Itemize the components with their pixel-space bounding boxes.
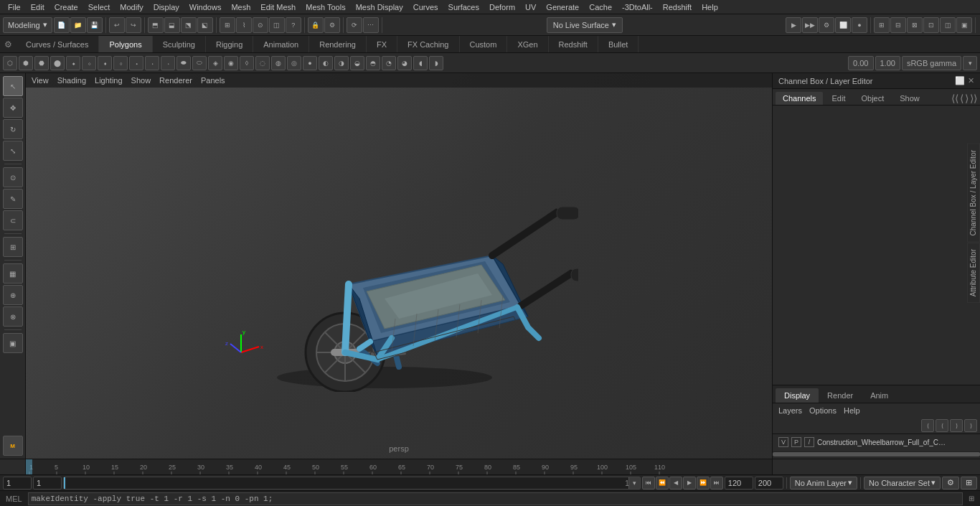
- tab-animation[interactable]: Animation: [253, 36, 309, 52]
- move-tool-button[interactable]: ✥: [3, 98, 23, 118]
- menu-windows[interactable]: Windows: [184, 1, 227, 13]
- menu-mesh[interactable]: Mesh: [226, 1, 255, 13]
- skip-to-end-button[interactable]: ⏭: [710, 477, 723, 489]
- select-by-leaf-button[interactable]: ⬓: [164, 17, 180, 33]
- ui-btn5[interactable]: ◫: [940, 17, 956, 33]
- side-tab-channel-box[interactable]: Channel Box / Layer Editor: [967, 144, 980, 243]
- menu-3dtoall[interactable]: -3DtoAll-: [617, 1, 658, 13]
- poly-tool-9[interactable]: ⬩: [129, 56, 143, 70]
- render-seq-button[interactable]: ▶▶: [802, 17, 818, 33]
- menu-create[interactable]: Create: [50, 1, 83, 13]
- layer-next-button[interactable]: ⟩: [950, 419, 963, 432]
- anim-end-field[interactable]: 120: [725, 477, 753, 489]
- render-options-button[interactable]: ⚙: [819, 17, 834, 33]
- layer-scroll-thumb[interactable]: [773, 452, 980, 456]
- poly-tool-5[interactable]: ⬥: [66, 56, 80, 70]
- display-layer-button[interactable]: ▣: [3, 333, 23, 353]
- menu-mesh-display[interactable]: Mesh Display: [351, 1, 408, 13]
- command-input[interactable]: [28, 492, 963, 505]
- tab-rendering[interactable]: Rendering: [309, 36, 367, 52]
- tab-channels[interactable]: Channels: [776, 92, 823, 105]
- menu-edit-mesh[interactable]: Edit Mesh: [255, 1, 301, 13]
- render-active-button[interactable]: ●: [852, 17, 867, 33]
- paint-select-button[interactable]: ✎: [3, 189, 23, 209]
- tab-custom[interactable]: Custom: [460, 36, 508, 52]
- viewport-menu-shading[interactable]: Shading: [57, 76, 86, 85]
- tab-anim[interactable]: Anim: [862, 388, 897, 403]
- menu-curves[interactable]: Curves: [408, 1, 443, 13]
- anim-extra-button[interactable]: ⊞: [961, 477, 977, 489]
- poly-tool-15[interactable]: ◉: [224, 56, 238, 70]
- viewport-menu-view[interactable]: View: [32, 76, 49, 85]
- snap-align-2-button[interactable]: ⊗: [3, 306, 23, 327]
- poly-tool-8[interactable]: ⬨: [113, 56, 128, 70]
- menu-redshift[interactable]: Redshift: [658, 1, 697, 13]
- anim-max-field[interactable]: 200: [755, 477, 783, 489]
- snap-point-button[interactable]: ⊙: [253, 17, 268, 33]
- poly-tool-20[interactable]: ●: [303, 56, 317, 70]
- workspace-dropdown[interactable]: Modeling ▾: [3, 17, 52, 33]
- collapse-icon[interactable]: ⟨: [960, 93, 963, 104]
- poly-tool-10[interactable]: ⬪: [145, 56, 159, 70]
- ui-btn2[interactable]: ⊟: [890, 17, 906, 33]
- tab-settings-button[interactable]: ⚙: [0, 37, 16, 52]
- color-space-field[interactable]: sRGB gamma: [902, 56, 961, 70]
- rotate-tool-button[interactable]: ↻: [3, 119, 23, 139]
- viewport-menu-show[interactable]: Show: [131, 76, 151, 85]
- frame-start-field[interactable]: 1: [3, 477, 32, 489]
- poly-tool-18[interactable]: ◍: [271, 56, 286, 70]
- render-button[interactable]: ▶: [786, 17, 801, 33]
- viewport-menu-lighting[interactable]: Lighting: [95, 76, 123, 85]
- undo-button[interactable]: ↩: [109, 17, 125, 33]
- poly-tool-28[interactable]: ◗: [429, 56, 443, 70]
- viewport-menu-renderer[interactable]: Renderer: [159, 76, 192, 85]
- tab-render[interactable]: Render: [819, 388, 862, 403]
- tab-fx[interactable]: FX: [367, 36, 397, 52]
- poly-tool-4[interactable]: ⬤: [50, 56, 65, 70]
- layer-prev-button[interactable]: ⟨: [921, 419, 934, 432]
- grid-button[interactable]: ▦: [3, 263, 23, 284]
- poly-tool-1[interactable]: ⬡: [3, 56, 17, 70]
- ui-btn6[interactable]: ▣: [956, 17, 972, 33]
- tab-fx-caching[interactable]: FX Caching: [397, 36, 459, 52]
- ui-btn1[interactable]: ⊞: [874, 17, 890, 33]
- timeline-track[interactable]: 1 5 10 15 20 25 30 35 40 45 50 55 60: [26, 459, 772, 474]
- viewport-param-field2[interactable]: 1.00: [875, 56, 900, 70]
- frame-slider[interactable]: 120 ▾: [63, 477, 641, 489]
- tab-redshift[interactable]: Redshift: [549, 36, 598, 52]
- menu-mesh-tools[interactable]: Mesh Tools: [301, 1, 350, 13]
- channel-box-close-button[interactable]: ✕: [968, 76, 974, 85]
- step-back-button[interactable]: ⏪: [656, 477, 669, 489]
- snap-help-button[interactable]: ?: [286, 17, 301, 33]
- layers-menu-options[interactable]: Options: [809, 406, 837, 415]
- open-file-button[interactable]: 📁: [70, 17, 86, 33]
- poly-tool-7[interactable]: ⬧: [98, 56, 112, 70]
- ui-btn4[interactable]: ⊡: [923, 17, 939, 33]
- skip-to-start-button[interactable]: ⏮: [642, 477, 655, 489]
- tab-sculpting[interactable]: Sculpting: [153, 36, 206, 52]
- lock-button[interactable]: 🔒: [308, 17, 324, 33]
- channel-box-expand-button[interactable]: ⬜: [955, 76, 965, 85]
- anim-layer-dropdown[interactable]: No Anim Layer ▾: [790, 477, 857, 489]
- frame-slider-end-button[interactable]: ▾: [628, 477, 640, 489]
- poly-tool-16[interactable]: ◊: [240, 56, 254, 70]
- tab-xgen[interactable]: XGen: [507, 36, 548, 52]
- menu-generate[interactable]: Generate: [541, 1, 584, 13]
- menu-deform[interactable]: Deform: [484, 1, 520, 13]
- tab-rigging[interactable]: Rigging: [206, 36, 253, 52]
- poly-tool-26[interactable]: ◕: [397, 56, 412, 70]
- redo-button[interactable]: ↪: [126, 17, 141, 33]
- poly-tool-2[interactable]: ⬢: [19, 56, 33, 70]
- poly-tool-11[interactable]: ⬫: [161, 56, 175, 70]
- menu-uv[interactable]: UV: [520, 1, 541, 13]
- expand-all-icon[interactable]: ⟩⟩: [970, 93, 977, 104]
- step-forward-button[interactable]: ⏩: [697, 477, 710, 489]
- save-file-button[interactable]: 💾: [87, 17, 103, 33]
- snap-view-plane-button[interactable]: ◫: [269, 17, 285, 33]
- layer-visible-toggle[interactable]: V: [778, 437, 788, 447]
- layers-menu-layers[interactable]: Layers: [778, 406, 802, 415]
- tab-polygons[interactable]: Polygons: [99, 36, 152, 52]
- poly-tool-24[interactable]: ◓: [366, 56, 380, 70]
- construction-history-button[interactable]: ⟳: [347, 17, 362, 33]
- expand-icon[interactable]: ⟩: [965, 93, 969, 104]
